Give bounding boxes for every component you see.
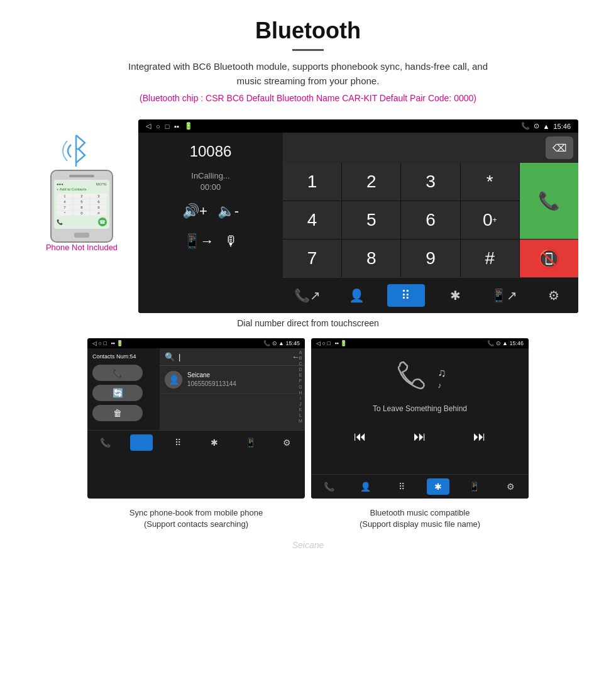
music-nav-dialpad[interactable]: ⠿ xyxy=(390,478,413,495)
play-pause-button[interactable]: ⏭ xyxy=(414,429,426,444)
contacts-num-label: Contacts Num:54 xyxy=(92,353,155,360)
mic-icon[interactable]: 🎙 xyxy=(224,233,238,250)
alpha-I[interactable]: I xyxy=(300,395,301,401)
dial-left-panel: 10086 InCalling... 00:00 🔊+ 🔈- 📱→ 🎙 xyxy=(138,133,283,313)
num-4[interactable]: 4 xyxy=(283,201,341,239)
backspace-button[interactable]: ⌫ xyxy=(546,136,573,159)
bluetooth-specs: (Bluetooth chip : CSR BC6 Default Blueto… xyxy=(13,93,603,103)
nav-contacts[interactable]: 👤 xyxy=(338,284,375,307)
music-screen: ◁ ○ □ ▪▪ 🔋 📞 ⊙ ▲ 15:46 ♫ xyxy=(311,338,529,499)
alpha-L[interactable]: L xyxy=(299,412,302,418)
num-9[interactable]: 9 xyxy=(401,240,459,277)
nav-phone-transfer[interactable]: 📞↗ xyxy=(289,284,326,307)
music-nav-bluetooth[interactable]: ✱ xyxy=(427,478,449,495)
contacts-caption: Sync phone-book from mobile phone (Suppo… xyxy=(87,507,305,530)
num-7[interactable]: 7 xyxy=(283,240,341,277)
music-phone-status-icon: 📞 xyxy=(487,340,494,346)
music-nav-contacts[interactable]: 👤 xyxy=(354,478,377,495)
statusbar-time: 15:46 xyxy=(553,123,571,130)
next-track-button[interactable]: ⏭ xyxy=(473,429,486,444)
phone-not-included-label: Phone Not Included xyxy=(46,243,118,252)
num-2[interactable]: 2 xyxy=(342,163,400,201)
small-nav-phone[interactable]: 📞 xyxy=(94,434,117,451)
statusbar-left: ◁ ○ □ ▪▪ 🔋 xyxy=(146,122,193,130)
music-body: ♫ ♪ To Leave Something Behind ⏮ ⏭ ⏭ xyxy=(311,348,529,474)
volume-up-icon[interactable]: 🔊+ xyxy=(182,203,207,219)
delete-action-btn[interactable]: 🗑 xyxy=(92,405,143,421)
statusbar: ◁ ○ □ ▪▪ 🔋 📞 ⊙ ▲ 15:46 xyxy=(138,119,578,133)
alpha-F[interactable]: F xyxy=(299,378,302,383)
small-nav-transfer[interactable]: 📱 xyxy=(239,434,261,451)
dial-number: 10086 xyxy=(148,139,273,164)
alpha-K[interactable]: K xyxy=(299,407,302,412)
location-icon: ⊙ xyxy=(534,122,539,130)
music-controls: ⏮ ⏭ ⏭ xyxy=(317,426,522,448)
alpha-J[interactable]: J xyxy=(299,401,302,407)
small-nav-bluetooth[interactable]: ✱ xyxy=(203,434,226,451)
contacts-back-icon: ◁ xyxy=(92,340,97,346)
contacts-bottom-nav: 📞 👤 ⠿ ✱ 📱 ⚙ xyxy=(87,430,305,455)
song-title: To Leave Something Behind xyxy=(373,404,467,413)
contact-search-bar: 🔍 | ← xyxy=(160,348,305,366)
header-divider xyxy=(292,49,324,51)
contact-item[interactable]: 👤 Seicane 10655059113144 xyxy=(160,366,305,394)
search-cursor: | xyxy=(179,352,180,361)
alpha-E[interactable]: E xyxy=(299,372,302,378)
prev-track-button[interactable]: ⏮ xyxy=(354,429,366,444)
contacts-left-panel: Contacts Num:54 📞 🔄 🗑 xyxy=(87,348,160,430)
music-nav-transfer[interactable]: 📱 xyxy=(463,478,485,495)
nav-bluetooth[interactable]: ✱ xyxy=(436,284,474,307)
contacts-time: 15:45 xyxy=(285,340,300,346)
num-6[interactable]: 6 xyxy=(401,201,459,239)
num-1[interactable]: 1 xyxy=(283,163,341,201)
small-nav-settings[interactable]: ⚙ xyxy=(275,434,298,451)
alpha-H[interactable]: H xyxy=(299,390,302,395)
contact-avatar: 👤 xyxy=(165,371,182,389)
back-nav-icon: ◁ xyxy=(146,122,151,130)
small-nav-contacts[interactable]: 👤 xyxy=(130,434,153,451)
square-nav-icon: □ xyxy=(165,123,170,130)
num-3[interactable]: 3 xyxy=(401,163,459,201)
num-5[interactable]: 5 xyxy=(342,201,400,239)
alphabet-bar: A B C D E F G H I J K L M xyxy=(296,348,305,430)
music-location-icon: ⊙ xyxy=(496,340,501,346)
contacts-body: Contacts Num:54 📞 🔄 🗑 🔍 | ← 👤 xyxy=(87,348,305,430)
end-call-button[interactable]: 📵 xyxy=(520,240,578,277)
contact-info: Seicane 10655059113144 xyxy=(187,371,236,389)
contacts-screen: ◁ ○ □ ▪▪ 🔋 📞 ⊙ ▲ 15:45 Contacts Num:54 📞… xyxy=(87,338,305,499)
volume-controls: 🔊+ 🔈- xyxy=(148,199,273,223)
bottom-captions: Sync phone-book from mobile phone (Suppo… xyxy=(0,504,616,540)
battery-icon: 🔋 xyxy=(184,122,193,130)
nav-dialpad[interactable]: ⠿ xyxy=(387,284,425,307)
nav-transfer[interactable]: 📱↗ xyxy=(485,284,523,307)
num-0plus[interactable]: 0+ xyxy=(461,201,519,239)
alpha-G[interactable]: G xyxy=(299,384,302,390)
dial-bottom-nav: 📞↗ 👤 ⠿ ✱ 📱↗ ⚙ xyxy=(283,277,578,313)
volume-down-icon[interactable]: 🔈- xyxy=(217,203,239,219)
call-action-btn[interactable]: 📞 xyxy=(92,365,143,381)
music-phone-handset-icon xyxy=(393,361,431,395)
mini-phone-graphic: ●●● MOTE + Add to Contacts 123 456 789 *… xyxy=(50,170,113,243)
alpha-D[interactable]: D xyxy=(299,367,302,372)
music-battery-icon: 🔋 xyxy=(340,340,347,346)
num-star[interactable]: * xyxy=(461,163,519,201)
sync-action-btn[interactable]: 🔄 xyxy=(92,385,143,401)
alpha-B[interactable]: B xyxy=(299,355,302,361)
music-circle-icon: ○ xyxy=(322,340,326,346)
alpha-A[interactable]: A xyxy=(299,350,302,355)
alpha-C[interactable]: C xyxy=(299,361,302,367)
num-hash[interactable]: # xyxy=(461,240,519,277)
small-nav-dialpad[interactable]: ⠿ xyxy=(167,434,189,451)
music-nav-phone[interactable]: 📞 xyxy=(318,478,341,495)
num-8[interactable]: 8 xyxy=(342,240,400,277)
call-button[interactable]: 📞 xyxy=(520,163,578,239)
main-screen-container: ●●● MOTE + Add to Contacts 123 456 789 *… xyxy=(0,119,616,313)
sim-icon: ▪▪ xyxy=(174,123,179,130)
nav-settings[interactable]: ⚙ xyxy=(535,284,573,307)
alpha-M[interactable]: M xyxy=(299,418,302,424)
contacts-battery-icon: 🔋 xyxy=(116,340,123,346)
music-time: 15:46 xyxy=(509,340,524,346)
music-statusbar: ◁ ○ □ ▪▪ 🔋 📞 ⊙ ▲ 15:46 xyxy=(311,338,529,348)
transfer-icon[interactable]: 📱→ xyxy=(184,233,214,250)
music-nav-settings[interactable]: ⚙ xyxy=(499,478,522,495)
